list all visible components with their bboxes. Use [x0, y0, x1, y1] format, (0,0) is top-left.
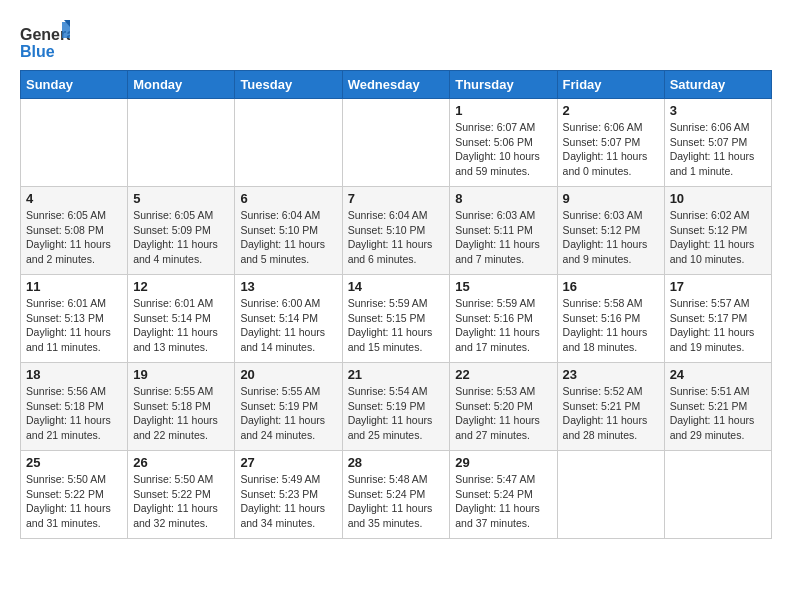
- day-number: 28: [348, 455, 445, 470]
- day-info: Sunrise: 6:01 AM Sunset: 5:13 PM Dayligh…: [26, 296, 122, 355]
- day-number: 25: [26, 455, 122, 470]
- day-info: Sunrise: 5:54 AM Sunset: 5:19 PM Dayligh…: [348, 384, 445, 443]
- day-info: Sunrise: 5:51 AM Sunset: 5:21 PM Dayligh…: [670, 384, 766, 443]
- calendar-cell: 17Sunrise: 5:57 AM Sunset: 5:17 PM Dayli…: [664, 275, 771, 363]
- day-info: Sunrise: 5:50 AM Sunset: 5:22 PM Dayligh…: [26, 472, 122, 531]
- day-info: Sunrise: 6:02 AM Sunset: 5:12 PM Dayligh…: [670, 208, 766, 267]
- calendar-cell: 27Sunrise: 5:49 AM Sunset: 5:23 PM Dayli…: [235, 451, 342, 539]
- calendar-cell: 19Sunrise: 5:55 AM Sunset: 5:18 PM Dayli…: [128, 363, 235, 451]
- column-header-monday: Monday: [128, 71, 235, 99]
- day-info: Sunrise: 5:55 AM Sunset: 5:18 PM Dayligh…: [133, 384, 229, 443]
- day-number: 20: [240, 367, 336, 382]
- day-info: Sunrise: 5:47 AM Sunset: 5:24 PM Dayligh…: [455, 472, 551, 531]
- day-number: 17: [670, 279, 766, 294]
- calendar-cell: 9Sunrise: 6:03 AM Sunset: 5:12 PM Daylig…: [557, 187, 664, 275]
- day-number: 15: [455, 279, 551, 294]
- day-info: Sunrise: 5:52 AM Sunset: 5:21 PM Dayligh…: [563, 384, 659, 443]
- day-number: 4: [26, 191, 122, 206]
- day-info: Sunrise: 6:01 AM Sunset: 5:14 PM Dayligh…: [133, 296, 229, 355]
- day-info: Sunrise: 5:57 AM Sunset: 5:17 PM Dayligh…: [670, 296, 766, 355]
- calendar-cell: 20Sunrise: 5:55 AM Sunset: 5:19 PM Dayli…: [235, 363, 342, 451]
- calendar-cell: 13Sunrise: 6:00 AM Sunset: 5:14 PM Dayli…: [235, 275, 342, 363]
- calendar-cell: 18Sunrise: 5:56 AM Sunset: 5:18 PM Dayli…: [21, 363, 128, 451]
- day-number: 12: [133, 279, 229, 294]
- svg-text:Blue: Blue: [20, 43, 55, 60]
- day-info: Sunrise: 6:03 AM Sunset: 5:11 PM Dayligh…: [455, 208, 551, 267]
- day-info: Sunrise: 5:59 AM Sunset: 5:15 PM Dayligh…: [348, 296, 445, 355]
- column-header-thursday: Thursday: [450, 71, 557, 99]
- column-header-tuesday: Tuesday: [235, 71, 342, 99]
- day-number: 2: [563, 103, 659, 118]
- calendar-table: SundayMondayTuesdayWednesdayThursdayFrid…: [20, 70, 772, 539]
- day-number: 14: [348, 279, 445, 294]
- day-info: Sunrise: 5:59 AM Sunset: 5:16 PM Dayligh…: [455, 296, 551, 355]
- day-number: 24: [670, 367, 766, 382]
- calendar-cell: 12Sunrise: 6:01 AM Sunset: 5:14 PM Dayli…: [128, 275, 235, 363]
- calendar-cell: [664, 451, 771, 539]
- day-number: 7: [348, 191, 445, 206]
- column-header-friday: Friday: [557, 71, 664, 99]
- day-info: Sunrise: 5:48 AM Sunset: 5:24 PM Dayligh…: [348, 472, 445, 531]
- calendar-body: 1Sunrise: 6:07 AM Sunset: 5:06 PM Daylig…: [21, 99, 772, 539]
- day-info: Sunrise: 6:06 AM Sunset: 5:07 PM Dayligh…: [670, 120, 766, 179]
- calendar-cell: 15Sunrise: 5:59 AM Sunset: 5:16 PM Dayli…: [450, 275, 557, 363]
- calendar-cell: 10Sunrise: 6:02 AM Sunset: 5:12 PM Dayli…: [664, 187, 771, 275]
- day-info: Sunrise: 5:53 AM Sunset: 5:20 PM Dayligh…: [455, 384, 551, 443]
- calendar-header-row: SundayMondayTuesdayWednesdayThursdayFrid…: [21, 71, 772, 99]
- logo-svg: General Blue: [20, 20, 70, 60]
- day-number: 19: [133, 367, 229, 382]
- calendar-week-row: 11Sunrise: 6:01 AM Sunset: 5:13 PM Dayli…: [21, 275, 772, 363]
- calendar-week-row: 18Sunrise: 5:56 AM Sunset: 5:18 PM Dayli…: [21, 363, 772, 451]
- calendar-week-row: 25Sunrise: 5:50 AM Sunset: 5:22 PM Dayli…: [21, 451, 772, 539]
- calendar-cell: 22Sunrise: 5:53 AM Sunset: 5:20 PM Dayli…: [450, 363, 557, 451]
- calendar-cell: 6Sunrise: 6:04 AM Sunset: 5:10 PM Daylig…: [235, 187, 342, 275]
- day-number: 16: [563, 279, 659, 294]
- day-number: 18: [26, 367, 122, 382]
- calendar-cell: 21Sunrise: 5:54 AM Sunset: 5:19 PM Dayli…: [342, 363, 450, 451]
- day-number: 8: [455, 191, 551, 206]
- day-number: 29: [455, 455, 551, 470]
- day-info: Sunrise: 5:56 AM Sunset: 5:18 PM Dayligh…: [26, 384, 122, 443]
- calendar-cell: 24Sunrise: 5:51 AM Sunset: 5:21 PM Dayli…: [664, 363, 771, 451]
- day-info: Sunrise: 5:49 AM Sunset: 5:23 PM Dayligh…: [240, 472, 336, 531]
- logo: General Blue: [20, 20, 70, 60]
- calendar-cell: 25Sunrise: 5:50 AM Sunset: 5:22 PM Dayli…: [21, 451, 128, 539]
- day-info: Sunrise: 5:50 AM Sunset: 5:22 PM Dayligh…: [133, 472, 229, 531]
- calendar-cell: [21, 99, 128, 187]
- day-number: 1: [455, 103, 551, 118]
- day-info: Sunrise: 5:58 AM Sunset: 5:16 PM Dayligh…: [563, 296, 659, 355]
- calendar-cell: [342, 99, 450, 187]
- calendar-cell: 1Sunrise: 6:07 AM Sunset: 5:06 PM Daylig…: [450, 99, 557, 187]
- day-info: Sunrise: 6:03 AM Sunset: 5:12 PM Dayligh…: [563, 208, 659, 267]
- day-info: Sunrise: 6:06 AM Sunset: 5:07 PM Dayligh…: [563, 120, 659, 179]
- calendar-cell: [128, 99, 235, 187]
- column-header-wednesday: Wednesday: [342, 71, 450, 99]
- column-header-sunday: Sunday: [21, 71, 128, 99]
- calendar-cell: 4Sunrise: 6:05 AM Sunset: 5:08 PM Daylig…: [21, 187, 128, 275]
- day-number: 23: [563, 367, 659, 382]
- day-info: Sunrise: 6:04 AM Sunset: 5:10 PM Dayligh…: [240, 208, 336, 267]
- day-info: Sunrise: 5:55 AM Sunset: 5:19 PM Dayligh…: [240, 384, 336, 443]
- calendar-cell: 28Sunrise: 5:48 AM Sunset: 5:24 PM Dayli…: [342, 451, 450, 539]
- day-number: 22: [455, 367, 551, 382]
- calendar-cell: 2Sunrise: 6:06 AM Sunset: 5:07 PM Daylig…: [557, 99, 664, 187]
- calendar-week-row: 4Sunrise: 6:05 AM Sunset: 5:08 PM Daylig…: [21, 187, 772, 275]
- day-number: 6: [240, 191, 336, 206]
- calendar-cell: 7Sunrise: 6:04 AM Sunset: 5:10 PM Daylig…: [342, 187, 450, 275]
- page-header: General Blue: [20, 20, 772, 60]
- day-info: Sunrise: 6:05 AM Sunset: 5:09 PM Dayligh…: [133, 208, 229, 267]
- day-number: 10: [670, 191, 766, 206]
- calendar-cell: 29Sunrise: 5:47 AM Sunset: 5:24 PM Dayli…: [450, 451, 557, 539]
- calendar-cell: 8Sunrise: 6:03 AM Sunset: 5:11 PM Daylig…: [450, 187, 557, 275]
- calendar-cell: 26Sunrise: 5:50 AM Sunset: 5:22 PM Dayli…: [128, 451, 235, 539]
- calendar-cell: [557, 451, 664, 539]
- day-number: 11: [26, 279, 122, 294]
- calendar-cell: 14Sunrise: 5:59 AM Sunset: 5:15 PM Dayli…: [342, 275, 450, 363]
- day-info: Sunrise: 6:07 AM Sunset: 5:06 PM Dayligh…: [455, 120, 551, 179]
- day-info: Sunrise: 6:00 AM Sunset: 5:14 PM Dayligh…: [240, 296, 336, 355]
- column-header-saturday: Saturday: [664, 71, 771, 99]
- day-number: 26: [133, 455, 229, 470]
- calendar-cell: 16Sunrise: 5:58 AM Sunset: 5:16 PM Dayli…: [557, 275, 664, 363]
- day-number: 9: [563, 191, 659, 206]
- day-number: 5: [133, 191, 229, 206]
